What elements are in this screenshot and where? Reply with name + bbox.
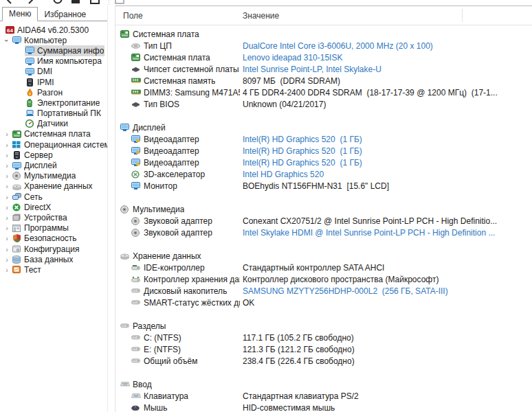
- sidebar-item-benchmark[interactable]: ›Тест: [2, 264, 107, 275]
- field-value[interactable]: DualCore Intel Core i3-6006U, 2000 MHz (…: [243, 40, 532, 52]
- sidebar-item-ipmi[interactable]: IPMI: [25, 77, 107, 87]
- row-video-adapter-2[interactable]: ВидеоадаптерIntel(R) HD Graphics 520 (1 …: [115, 145, 532, 157]
- field-value[interactable]: Intel Skylake HDMI @ Intel Sunrise Point…: [243, 227, 532, 238]
- tab-favorites[interactable]: Избранное: [38, 8, 92, 21]
- sidebar-item-label: Операционная система: [24, 140, 107, 150]
- section-header-input[interactable]: Ввод: [115, 378, 532, 390]
- sidebar-item-programs[interactable]: ›Программы: [2, 223, 107, 233]
- sidebar-item-operating-system[interactable]: ›Операционная система: [2, 139, 107, 150]
- sidebar-item-database[interactable]: ›База данных: [2, 254, 107, 264]
- row-mouse[interactable]: МышьHID-совместимая мышь: [115, 402, 532, 412]
- row-chipset[interactable]: Чипсет системной платыIntel Sunrise Poin…: [115, 63, 532, 75]
- speaker-icon: [12, 172, 21, 180]
- sidebar-item-computer[interactable]: ›Компьютер: [2, 35, 107, 45]
- field-value: Стандартная клавиатура PS/2: [243, 390, 532, 402]
- chart-button[interactable]: [89, 0, 100, 5]
- field-value[interactable]: Lenovo ideapad 310-15ISK: [243, 52, 532, 63]
- sidebar-item-display[interactable]: ›Дисплей: [2, 160, 107, 170]
- tree-collapsed-arrow-icon[interactable]: ›: [2, 162, 12, 169]
- row-disk-drive[interactable]: Дисковый накопительSAMSUNG MZYTY256HDHP-…: [115, 285, 532, 297]
- sidebar-item-motherboard[interactable]: ›Системная плата: [2, 129, 107, 139]
- row-dimm3[interactable]: DIMM3: Samsung M471A524...4 ГБ DDR4-2400…: [115, 87, 532, 98]
- tab-menu[interactable]: Меню: [2, 7, 38, 21]
- field-value[interactable]: Intel HD Graphics 520: [243, 168, 532, 180]
- row-total-volume[interactable]: Общий объём238.4 ГБ (226.4 ГБ свободно): [115, 355, 532, 367]
- sidebar-item-configuration[interactable]: ›Конфигурация: [2, 244, 107, 254]
- row-video-adapter-3[interactable]: ВидеоадаптерIntel(R) HD Graphics 520 (1 …: [115, 157, 532, 168]
- section-header-multimedia[interactable]: Мультимедиа: [115, 203, 532, 215]
- row-storage-controller[interactable]: Контроллер хранения данн...Контроллер ди…: [115, 273, 532, 285]
- tree-collapsed-arrow-icon[interactable]: ›: [2, 141, 12, 148]
- row-cpu-type[interactable]: Тип ЦПDualCore Intel Core i3-6006U, 2000…: [115, 40, 532, 52]
- sidebar-item-multimedia[interactable]: ›Мультимедиа: [2, 171, 107, 181]
- sidebar-item-server[interactable]: ›Сервер: [2, 150, 107, 160]
- sidebar-item-label: Компьютер: [24, 36, 67, 45]
- tree-collapsed-arrow-icon[interactable]: ›: [2, 183, 12, 190]
- sidebar-item-overclock[interactable]: Разгон: [25, 87, 107, 98]
- row-video-adapter-1[interactable]: ВидеоадаптерIntel(R) HD Graphics 520 (1 …: [115, 133, 532, 145]
- sidebar-item-storage[interactable]: ›Хранение данных: [2, 181, 107, 192]
- cpu-icon: [131, 43, 142, 49]
- column-resize-handle[interactable]: [462, 9, 463, 22]
- sidebar-item-portable-pc[interactable]: Портативный ПК: [25, 108, 107, 119]
- monitor-icon: [25, 47, 34, 54]
- toolbar-separator: [109, 0, 109, 5]
- field-value[interactable]: Intel Sunrise Point-LP, Intel Skylake-U: [243, 63, 532, 75]
- tree-collapsed-arrow-icon[interactable]: ›: [2, 256, 12, 263]
- forward-button[interactable]: [25, 0, 36, 5]
- sidebar-item-power[interactable]: Электропитание: [25, 98, 107, 108]
- row-partition-c[interactable]: C: (NTFS)117.1 ГБ (105.2 ГБ свободно): [115, 332, 532, 343]
- sidebar-item-devices[interactable]: ›Устройства: [2, 212, 107, 222]
- panel-splitter[interactable]: [108, 5, 115, 412]
- section-header-storage[interactable]: Хранение данных: [115, 250, 532, 262]
- sidebar-item-sensors[interactable]: Датчики: [25, 119, 107, 129]
- tree-collapsed-arrow-icon[interactable]: ›: [2, 194, 12, 201]
- devices-icon: [12, 214, 21, 221]
- row-bios-type[interactable]: Тип BIOSUnknown (04/21/2017): [115, 98, 532, 110]
- row-keyboard[interactable]: КлавиатураСтандартная клавиатура PS/2: [115, 390, 532, 402]
- tree-expanded-arrow-icon[interactable]: ›: [3, 36, 10, 45]
- field-value[interactable]: SAMSUNG MZYTY256HDHP-000L2 (256 ГБ, SATA…: [243, 285, 532, 297]
- tree-collapsed-arrow-icon[interactable]: ›: [2, 130, 12, 137]
- back-button[interactable]: [4, 0, 15, 5]
- section-header-partitions[interactable]: Разделы: [115, 320, 532, 332]
- row-audio-adapter-1[interactable]: Звуковой адаптерConexant CX20751/2 @ Int…: [115, 215, 532, 227]
- field-value[interactable]: Intel(R) HD Graphics 520 (1 ГБ): [243, 145, 532, 157]
- sidebar-item-summary[interactable]: Суммарная информация: [25, 45, 104, 56]
- row-ide-controller[interactable]: IDE-контроллерСтандартный контроллер SAT…: [115, 262, 532, 273]
- sidebar-item-directx[interactable]: ›DirectX: [2, 202, 107, 212]
- database-icon: [12, 255, 21, 264]
- row-motherboard[interactable]: Системная платаLenovo ideapad 310-15ISK: [115, 52, 532, 63]
- tree-collapsed-arrow-icon[interactable]: ›: [2, 225, 12, 231]
- field-value[interactable]: Intel(R) HD Graphics 520 (1 ГБ): [243, 157, 532, 168]
- sidebar-item-aida64-root[interactable]: 64AIDA64 v6.20.5300: [2, 25, 107, 35]
- tree-collapsed-arrow-icon[interactable]: ›: [2, 235, 12, 242]
- sidebar-item-computer-name[interactable]: Имя компьютера: [25, 56, 107, 67]
- tree-collapsed-arrow-icon[interactable]: ›: [2, 172, 12, 179]
- sidebar-item-dmi[interactable]: DMI: [25, 67, 107, 77]
- field-label: Тип ЦП: [144, 41, 172, 51]
- toolbar-partial: [0, 0, 532, 5]
- row-accelerator-3d[interactable]: 3D-акселераторIntel HD Graphics 520: [115, 168, 532, 180]
- tree-collapsed-arrow-icon[interactable]: ›: [2, 214, 12, 221]
- sidebar-item-network[interactable]: ›Сеть: [2, 192, 107, 202]
- section-header-display[interactable]: Дисплей: [115, 122, 532, 133]
- row-audio-adapter-2[interactable]: Звуковой адаптерIntel Skylake HDMI @ Int…: [115, 227, 532, 238]
- row-system-memory[interactable]: Системная память8097 МБ (DDR4 SDRAM): [115, 75, 532, 87]
- section-header-motherboard[interactable]: Системная плата: [115, 28, 532, 40]
- tree-collapsed-arrow-icon[interactable]: ›: [2, 246, 12, 253]
- refresh-button[interactable]: [52, 0, 63, 5]
- row-smart-status[interactable]: SMART-статус жёстких диск...OK: [115, 297, 532, 308]
- tree-collapsed-arrow-icon[interactable]: ›: [2, 152, 12, 159]
- row-monitor[interactable]: МониторBOEhydis NT156FHM-N31 [15.6" LCD]: [115, 180, 532, 192]
- field-value: Unknown (04/21/2017): [243, 98, 532, 110]
- sidebar-item-security[interactable]: ›Безопасность: [2, 233, 107, 244]
- tower-icon: [12, 151, 21, 159]
- tree-collapsed-arrow-icon[interactable]: ›: [2, 266, 12, 273]
- tree-collapsed-arrow-icon[interactable]: ›: [2, 204, 12, 211]
- window-button[interactable]: [114, 0, 125, 5]
- section-title: Хранение данных: [133, 251, 201, 261]
- report-button[interactable]: [70, 0, 81, 5]
- row-partition-e[interactable]: E: (NTFS)121.3 ГБ (121.2 ГБ свободно): [115, 343, 532, 355]
- field-value[interactable]: Intel(R) HD Graphics 520 (1 ГБ): [243, 133, 532, 145]
